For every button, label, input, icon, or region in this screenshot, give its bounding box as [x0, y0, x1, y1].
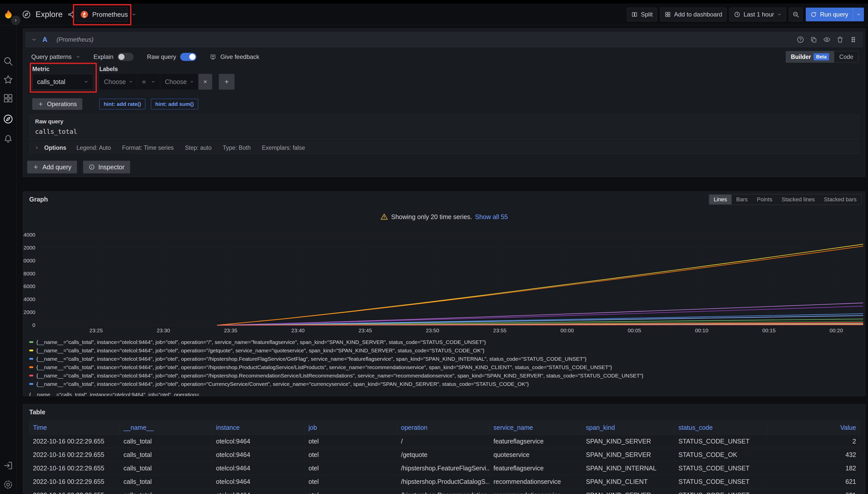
table-cell: STATUS_CODE_OK: [675, 448, 767, 461]
table-column-statuscode[interactable]: status_code: [675, 421, 767, 435]
y-axis-tick-label: 0: [32, 322, 35, 328]
legend-item-3[interactable]: {__name__="calls_total", instance="otelc…: [29, 355, 863, 363]
legend-color-marker: [29, 341, 33, 343]
legend-color-marker: [29, 366, 33, 368]
query-help-icon[interactable]: [797, 36, 804, 43]
query-patterns-dropdown[interactable]: Query patterns: [31, 53, 80, 60]
inspector-label: Inspector: [98, 164, 125, 171]
raw-query-label: Raw query: [35, 118, 63, 125]
alerting-bell-icon[interactable]: [3, 133, 14, 144]
hide-response-eye-icon[interactable]: [823, 36, 831, 43]
split-button[interactable]: Split: [627, 7, 657, 21]
legend-item-5[interactable]: {__name__="calls_total", instance="otelc…: [29, 372, 863, 380]
left-sidebar: [0, 25, 17, 494]
graph-mode-switcher: LinesBarsPointsStacked linesStacked bars: [709, 194, 862, 205]
graph-mode-stacked-bars[interactable]: Stacked bars: [819, 195, 861, 204]
explain-toggle[interactable]: [117, 53, 134, 61]
table-column-operation[interactable]: operation: [397, 421, 490, 435]
starred-icon[interactable]: [3, 74, 14, 85]
show-all-series-link[interactable]: Show all 55: [475, 213, 508, 221]
share-icon[interactable]: [67, 11, 75, 18]
table-cell: 2022-10-16 00:22:29.655: [30, 489, 120, 494]
graph-legend: {__name__="calls_total", instance="otelc…: [29, 338, 863, 396]
legend-item-4[interactable]: {__name__="calls_total", instance="otelc…: [29, 363, 863, 372]
table-cell: 2022-10-16 00:22:29.655: [30, 435, 120, 448]
table-cell: /getquote: [397, 448, 490, 461]
add-label-filter-button[interactable]: [219, 74, 235, 90]
options-label: Options: [44, 145, 66, 151]
warning-text: Showing only 20 time series.: [391, 213, 472, 221]
code-mode-tab[interactable]: Code: [834, 51, 858, 62]
remove-query-trash-icon[interactable]: [836, 36, 844, 43]
table-row: 2022-10-16 00:22:29.655calls_totalotelco…: [30, 448, 860, 461]
collapse-chevron-icon[interactable]: [31, 37, 37, 42]
run-query-dropdown[interactable]: [853, 7, 864, 21]
datasource-picker[interactable]: Prometheus: [76, 7, 128, 22]
chevron-down-icon: [151, 80, 155, 84]
options-summary-item: Exemplars: false: [262, 145, 305, 151]
explore-icon[interactable]: [3, 114, 14, 125]
graph-mode-stacked-lines[interactable]: Stacked lines: [777, 195, 819, 204]
settings-gear-icon[interactable]: [3, 479, 14, 490]
add-query-button[interactable]: Add query: [27, 161, 77, 173]
table-column-instance[interactable]: instance: [213, 421, 305, 435]
query-row-header[interactable]: A (Prometheus): [25, 32, 863, 48]
search-icon[interactable]: [3, 56, 14, 66]
label-key-select[interactable]: Choose: [100, 74, 137, 90]
x-axis-tick-label: 00:05: [628, 327, 641, 333]
zoom-out-time-button[interactable]: [789, 7, 803, 21]
run-query-button[interactable]: Run query: [806, 7, 864, 21]
metric-select[interactable]: calls_total: [32, 74, 93, 90]
dashboard-grid-icon: [665, 11, 671, 18]
options-summary-item: Format: Time series: [122, 145, 174, 151]
table-column-name[interactable]: __name__: [120, 421, 213, 435]
x-axis-tick-label: 23:50: [426, 327, 439, 333]
legend-item-2[interactable]: {__name__="calls_total", instance="otelc…: [29, 346, 863, 355]
query-hint-button-1[interactable]: hint: add rate(): [100, 99, 145, 109]
operations-button-label: Operations: [47, 100, 77, 108]
y-axis-tick-label: 14000: [23, 232, 35, 238]
raw-query-toggle[interactable]: [180, 53, 196, 61]
x-axis-tick-label: 00:00: [561, 327, 574, 333]
time-range-picker[interactable]: Last 1 hour: [729, 7, 786, 21]
drag-handle-icon[interactable]: [849, 36, 857, 43]
graph-mode-lines[interactable]: Lines: [709, 195, 732, 204]
add-to-dashboard-button[interactable]: Add to dashboard: [660, 7, 726, 21]
operations-button[interactable]: Operations: [32, 98, 82, 110]
split-columns-icon: [631, 11, 638, 18]
table-column-time[interactable]: Time: [30, 421, 120, 435]
table-column-job[interactable]: job: [305, 421, 397, 435]
duplicate-query-icon[interactable]: [810, 36, 817, 43]
options-summary-item: Type: Both: [223, 145, 251, 151]
table-cell: otelcol:9464: [213, 461, 305, 475]
graph-mode-bars[interactable]: Bars: [731, 195, 752, 204]
sign-in-icon[interactable]: [3, 460, 14, 471]
x-axis-tick-label: 23:40: [291, 327, 305, 333]
time-series-chart[interactable]: 23:2523:3023:3523:4023:4523:5023:5500:00…: [23, 230, 866, 334]
label-value-select[interactable]: Choose: [160, 74, 198, 90]
table-cell: recommendationservice: [490, 489, 582, 494]
table-column-servicename[interactable]: service_name: [490, 421, 582, 435]
label-operator-select[interactable]: =: [138, 74, 160, 90]
table-cell: STATUS_CODE_UNSET: [675, 489, 767, 494]
dashboards-icon[interactable]: [3, 93, 14, 103]
remove-label-filter-button[interactable]: [198, 74, 212, 90]
legend-label: {__name__="calls_total", instance="otelc…: [36, 356, 586, 362]
time-range-label: Last 1 hour: [743, 11, 774, 18]
builder-mode-tab[interactable]: Builder Beta: [786, 51, 834, 62]
legend-color-marker: [29, 375, 33, 377]
query-hint-button-2[interactable]: hint: add sum(): [151, 99, 198, 109]
query-options-row[interactable]: Options Legend: AutoFormat: Time seriesS…: [29, 142, 859, 154]
sidebar-expand-button[interactable]: [11, 16, 20, 25]
legend-item-1[interactable]: {__name__="calls_total", instance="otelc…: [29, 338, 863, 346]
give-feedback-link[interactable]: Give feedback: [210, 53, 259, 60]
table-column-spankind[interactable]: span_kind: [582, 421, 675, 435]
legend-item-6[interactable]: {__name__="calls_total", instance="otelc…: [29, 380, 863, 388]
graph-mode-points[interactable]: Points: [753, 195, 777, 204]
chart-series-line: [217, 244, 863, 325]
legend-label: {__name__="calls_total", instance="otelc…: [36, 347, 484, 354]
inspector-button[interactable]: Inspector: [83, 161, 130, 173]
sync-icon: [810, 11, 817, 18]
options-summary-item: Legend: Auto: [76, 145, 111, 151]
table-column-value[interactable]: Value: [767, 421, 860, 435]
